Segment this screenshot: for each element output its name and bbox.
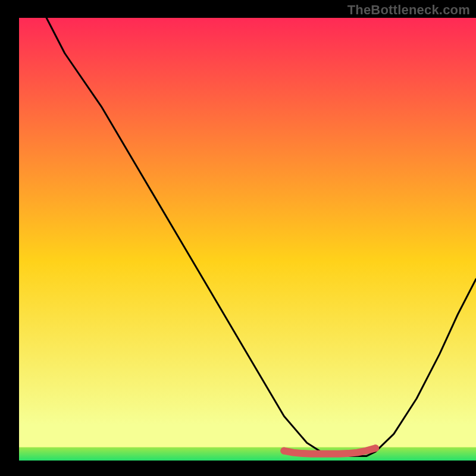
chart-canvas	[0, 0, 476, 476]
watermark-text: TheBottleneck.com	[347, 2, 470, 18]
svg-point-3	[372, 444, 379, 452]
svg-rect-1	[19, 447, 476, 461]
svg-point-2	[280, 447, 287, 455]
chart-stage: TheBottleneck.com	[0, 0, 476, 476]
svg-rect-0	[19, 18, 476, 461]
